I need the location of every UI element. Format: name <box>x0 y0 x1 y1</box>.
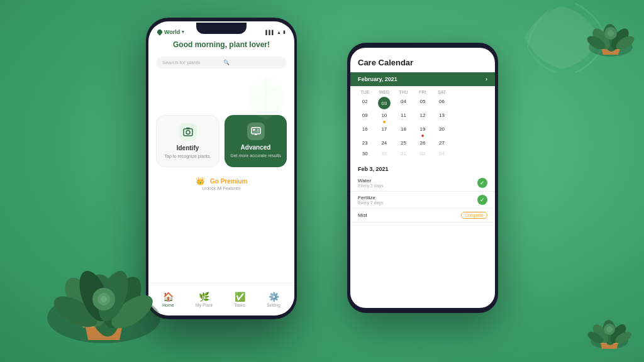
setting-icon: ⚙️ <box>269 292 279 302</box>
phone-notch <box>196 23 247 34</box>
task-mist: Mist Complete <box>350 209 495 222</box>
calendar-nav-icon[interactable]: › <box>486 76 487 82</box>
search-placeholder: Search for plants <box>162 60 220 65</box>
task-check-icon[interactable]: ✓ <box>477 178 487 188</box>
svg-point-11 <box>101 296 107 302</box>
go-premium-label: Go Premium <box>210 178 247 185</box>
advanced-card[interactable]: Advanced Get more accurate results <box>225 115 287 167</box>
task-fertilize-check[interactable]: ✓ <box>477 195 487 205</box>
status-icons: ▌▌▌ ▲ ▮ <box>265 30 286 35</box>
cal-day[interactable]: 06 <box>432 97 452 109</box>
dropdown-icon: ▾ <box>182 30 184 35</box>
identify-card-icon <box>179 123 197 141</box>
cal-day[interactable]: 04 <box>394 97 413 109</box>
advanced-card-desc: Get more accurate results <box>230 153 282 158</box>
day-names-row: TUE WED THU FRI SAT <box>355 89 490 96</box>
cal-day[interactable]: 02 <box>355 97 375 109</box>
unlock-text: Unlock All Features <box>156 186 287 190</box>
calendar-screen: Care Calendar February, 2021 › TUE WED T… <box>350 48 495 308</box>
calendar-month: February, 2021 <box>358 76 397 82</box>
feature-cards: Identify Tap to recognize plants. <box>156 115 287 167</box>
plant-icon: 🌿 <box>199 292 209 302</box>
cal-day[interactable]: 05 <box>413 97 433 109</box>
svg-rect-33 <box>186 128 190 129</box>
task-water-name: Water <box>358 178 383 184</box>
nav-tasks[interactable]: ✅ Tasks <box>234 292 245 307</box>
task-complete-badge[interactable]: Complete <box>461 212 487 219</box>
identify-card[interactable]: Identify Tap to recognize plants. <box>156 115 219 167</box>
task-water: Water Every 3 days ✓ <box>350 175 495 192</box>
svg-rect-35 <box>253 129 255 131</box>
search-icon: 🔍 <box>223 60 281 65</box>
nav-setting-label: Setting <box>267 303 280 307</box>
premium-banner[interactable]: 👑 Go Premium Unlock All Features <box>156 175 287 190</box>
succulent-plant-bottom-right <box>584 302 635 353</box>
location-label: World <box>164 29 180 35</box>
identify-card-desc: Tap to recognize plants. <box>162 153 214 159</box>
calendar-title: Care Calendar <box>350 48 495 72</box>
calendar-week-4: 23 24 25 26 27 <box>355 138 490 148</box>
signal-icon: ▌▌▌ <box>265 30 275 35</box>
nav-setting[interactable]: ⚙️ Setting <box>267 292 280 307</box>
task-fertilize-name: Fertilize <box>358 195 383 200</box>
nav-my-plant[interactable]: 🌿 My Plant <box>196 292 213 307</box>
phones-wrapper: Care Calendar February, 2021 › TUE WED T… <box>146 18 498 344</box>
app-leaf-decoration <box>241 72 291 123</box>
svg-point-29 <box>606 326 613 332</box>
advanced-card-title: Advanced <box>230 144 282 151</box>
main-content: Identify Tap to recognize plants. <box>148 72 294 195</box>
app-screen: World ▾ ▌▌▌ ▲ ▮ Good morning, plant love… <box>148 21 294 315</box>
nav-plant-label: My Plant <box>196 303 213 307</box>
bottom-nav: 🏠 Home 🌿 My Plant ✅ Tasks ⚙️ Setting <box>148 283 294 315</box>
battery-icon: ▮ <box>283 30 286 35</box>
tasks-icon: ✅ <box>235 292 245 302</box>
advanced-card-icon <box>247 123 265 140</box>
location-pin-icon <box>156 28 163 35</box>
search-bar[interactable]: Search for plants 🔍 <box>156 57 287 69</box>
task-mist-name: Mist <box>358 212 367 218</box>
identify-card-title: Identify <box>162 145 214 151</box>
succulent-plant-left <box>38 224 170 349</box>
crown-icon: 👑 <box>196 177 205 185</box>
calendar-week-2: 09 10 11 12 13 <box>355 111 490 123</box>
nav-tasks-label: Tasks <box>234 303 245 307</box>
svg-rect-31 <box>184 129 192 136</box>
calendar-grid: TUE WED THU FRI SAT 02 03 04 05 06 09 <box>350 86 495 162</box>
greeting-text: Good morning, plant lover! <box>148 38 294 53</box>
succulent-plant-top-right <box>582 3 639 60</box>
cal-day-today[interactable]: 03 <box>375 97 394 109</box>
calendar-month-row: February, 2021 › <box>350 72 495 86</box>
selected-date: Feb 3, 2021 <box>350 162 495 175</box>
location-bar[interactable]: World ▾ <box>157 29 184 35</box>
svg-point-32 <box>186 130 190 134</box>
wifi-icon: ▲ <box>277 30 281 35</box>
calendar-week-5: 30 31 01 03 04 <box>355 149 490 158</box>
svg-point-20 <box>608 30 614 36</box>
calendar-week-3: 16 17 18 19 20 <box>355 124 490 137</box>
task-fertilize: Fertilize Every 7 days ✓ <box>350 192 495 209</box>
phone-back: Care Calendar February, 2021 › TUE WED T… <box>347 43 498 313</box>
calendar-week-1: 02 03 04 05 06 <box>355 97 490 109</box>
